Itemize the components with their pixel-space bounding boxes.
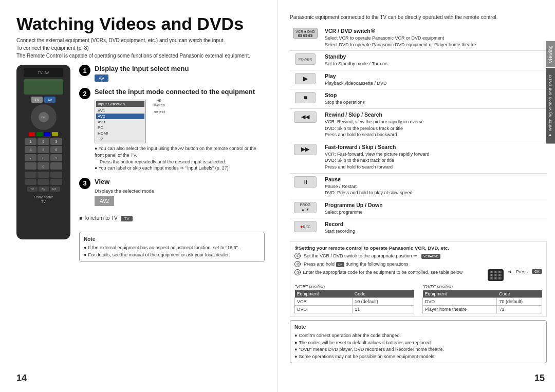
dvd-eq-dvd: DVD	[423, 298, 497, 306]
input-item-av3: AV3	[96, 119, 144, 125]
page-title: Watching Videos and DVDs	[16, 14, 265, 33]
input-selection-header: Input Selection	[96, 101, 144, 107]
page-number-left: 14	[16, 373, 27, 384]
rewind-button: ◀◀	[294, 111, 317, 123]
input-item-tv: TV	[96, 136, 144, 142]
vcr-row-prog: PROG▲ ▼ Programme Up / Down Select progr…	[290, 199, 547, 219]
remote-nav-circle: OK	[31, 104, 57, 130]
av-button[interactable]: AV	[95, 74, 108, 82]
vcr-row-pause: ⏸ Pause Pause / Restart DVD: Press and h…	[290, 174, 547, 199]
step-2-title: Select the input mode connected to the e…	[95, 88, 265, 96]
right-note-2: ●The codes will be reset to default valu…	[294, 340, 542, 347]
left-page: Watching Videos and DVDs Connect the ext…	[0, 0, 278, 392]
dvd-row-dvd: DVD 70 (default)	[423, 298, 542, 306]
remote-illustration: TV AV TV AV OK 1	[16, 65, 73, 384]
dvd-code-home: 71	[497, 306, 542, 313]
step-3-content: View Displays the selected mode AV2	[95, 178, 265, 206]
step-2-number: 2	[79, 88, 90, 99]
func-desc-ff: VCR: Fast-forward, view the picture rapi…	[325, 151, 547, 171]
vcr-row-play: ▶ Play Playback videocassette / DVD	[290, 70, 547, 90]
note-title: Note	[84, 235, 260, 243]
step-2-content: Select the input mode connected to the e…	[95, 88, 265, 171]
step-3-title: View	[95, 178, 265, 185]
view-box: AV2	[95, 196, 114, 206]
remote-color-buttons	[29, 132, 58, 136]
dvd-col-equipment: Equipment	[423, 290, 497, 298]
nav-circle-icon: ◉	[157, 98, 161, 103]
arrow-press: ⇒	[508, 269, 512, 274]
func-name-ff: Fast-forward / Skip / Search	[325, 144, 547, 150]
func-name-switch: VCR / DVD switch※	[325, 28, 547, 34]
func-name-stop: Stop	[325, 92, 547, 98]
play-button: ▶	[295, 73, 316, 84]
vcr-icon-rewind: ◀◀	[290, 111, 321, 123]
func-desc-stop: Stop the operations	[325, 99, 547, 106]
vcr-icon-switch: VCR ■ DVD ■ ■ ■	[290, 28, 321, 39]
func-desc-play: Playback videocassette / DVD	[325, 80, 547, 87]
vcr-row-switch: VCR ■ DVD ■ ■ ■ VCR / DVD switch※ Select…	[290, 25, 547, 51]
step-2-inner: Input Selection AV1 AV2 AV3 PC HDMI TV ◉…	[95, 98, 265, 143]
remote-screen	[24, 79, 64, 95]
func-desc-rec: Start recording	[325, 228, 547, 235]
remote-nav-inner: OK	[39, 112, 49, 122]
setting-step-3-text: ③ Enter the appropriate code for the equ…	[294, 269, 462, 275]
note-box-right: Note ●Confirm correct operation after th…	[290, 320, 547, 363]
ok-button-inline: OK	[532, 269, 542, 274]
input-item-hdmi: HDMI	[96, 130, 144, 136]
input-item-av2: AV2	[96, 114, 144, 119]
dvd-row-home: Player home theatre 71	[423, 306, 542, 313]
right-page: Panasonic equipment connected to the TV …	[278, 0, 555, 392]
func-desc-pause: Pause / Restart DVD: Press and hold to p…	[325, 183, 547, 196]
note-box: Note ●If the external equipment has an a…	[79, 232, 265, 262]
vcr-dvd-inline-icon: VCR■DVD	[421, 253, 440, 259]
right-note-1: ●Confirm correct operation after the cod…	[294, 332, 542, 340]
setting-step-2: ② Press and hold OK during the following…	[294, 261, 542, 268]
vcr-row-rewind: ◀◀ Rewind / Skip / Search VCR: Rewind, v…	[290, 109, 547, 141]
vcr-icon-standby: POWER	[290, 53, 321, 65]
setting-title: ※Setting your remote control to operate …	[294, 245, 542, 251]
setting-section: ※Setting your remote control to operate …	[290, 241, 547, 317]
vcr-text-ff: Fast-forward / Skip / Search VCR: Fast-f…	[325, 144, 547, 171]
vcr-text-standby: Standby Set to Standby mode / Turn on	[325, 53, 547, 67]
sidebar-tabs: Viewing ● Watching Videos and DVDs	[546, 41, 555, 143]
return-to-tv: ■ To return to TV TV	[79, 215, 265, 221]
func-name-rewind: Rewind / Skip / Search	[325, 111, 547, 118]
func-name-rec: Record	[325, 221, 547, 227]
pause-button: ⏸	[294, 176, 317, 188]
dvd-code-dvd: 70 (default)	[497, 298, 542, 306]
dvd-table: Equipment Code DVD 70 (default) Player h…	[422, 290, 542, 313]
code-tables: "VCR" position Equipment Code VCR 10 (de…	[294, 284, 542, 313]
right-intro: Panasonic equipment connected to the TV …	[290, 14, 547, 20]
vcr-icon-pause: ⏸	[290, 176, 321, 188]
vcr-icon-rec: ●REC	[290, 221, 321, 232]
vcr-code-dvd: 11	[353, 306, 414, 313]
vcr-table: Equipment Code VCR 10 (default) DVD 11	[294, 290, 414, 313]
input-item-pc: PC	[96, 125, 144, 130]
hold-btn-icon: OK	[336, 262, 345, 267]
func-desc-standby: Set to Standby mode / Turn on	[325, 61, 547, 67]
vcr-eq-vcr: VCR	[295, 298, 353, 306]
steps-content: 1 Display the Input select menu AV 2 Sel…	[79, 65, 265, 384]
vcr-row-stop: ■ Stop Stop the operations	[290, 89, 547, 109]
step-1-number: 1	[79, 65, 90, 76]
step-1: 1 Display the Input select menu AV	[79, 65, 265, 82]
note-item-1: ●If the external equipment has an aspect…	[84, 245, 260, 252]
vcr-icon-prog: PROG▲ ▼	[290, 202, 321, 213]
circle-1: ①	[294, 253, 301, 259]
vcr-text-play: Play Playback videocassette / DVD	[325, 73, 547, 87]
rec-button: ●REC	[294, 221, 317, 232]
page-number-right: 15	[534, 373, 545, 384]
remote-numpad: 1 2 3 4 5 6 7 8 9 0	[25, 138, 62, 170]
vcr-row-ff: ▶▶ Fast-forward / Skip / Search VCR: Fas…	[290, 141, 547, 174]
vcr-icon-ff: ▶▶	[290, 144, 321, 155]
dvd-col-code: Code	[497, 290, 542, 298]
vcr-icon-stop: ■	[290, 92, 321, 103]
remote-top-bar: TV AV	[24, 68, 64, 77]
setting-step-3-row: ③ Enter the appropriate code for the equ…	[294, 269, 542, 281]
vcr-row-dvd: DVD 11	[295, 306, 414, 313]
sidebar-tab-watching: ● Watching Videos and DVDs	[546, 68, 555, 144]
panasonic-logo: Panasonic	[34, 195, 53, 199]
nav-arrows: ◉ watch select	[154, 98, 165, 114]
mini-remote-diagram: 1 2 3 4 5 6 7 8 9	[488, 269, 504, 281]
vcr-row-rec: ●REC Record Start recording	[290, 218, 547, 237]
